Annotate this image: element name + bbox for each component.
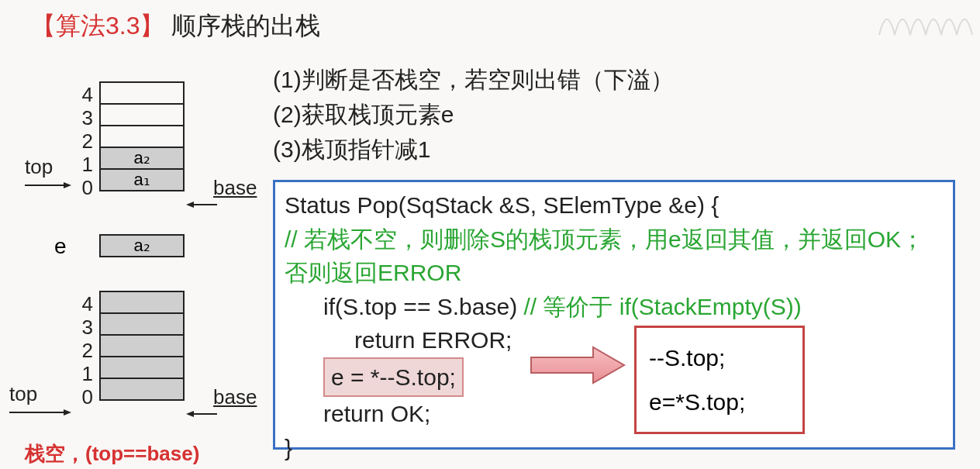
base-label: base (213, 176, 257, 200)
code-line: if(S.top == S.base) // 等价于 if(StackEmpty… (285, 290, 944, 324)
breakdown-line: e=*S.top; (649, 380, 790, 424)
breakdown-line: --S.top; (649, 336, 790, 380)
highlighted-code: e = *--S.top; (323, 357, 464, 398)
idx: 4 (78, 292, 93, 316)
stack-cell (99, 312, 185, 336)
empty-stack-note: 栈空，(top==base) (25, 440, 199, 467)
top-label: top (9, 382, 37, 406)
fat-arrow-icon (527, 346, 628, 385)
code-block: Status Pop(SqStack &S, SElemType &e) { /… (273, 180, 955, 450)
stack-cell: a₂ (99, 147, 185, 170)
idx: 0 (78, 385, 93, 409)
e-cell: a₂ (99, 234, 185, 257)
stack-cell: a₁ (99, 168, 185, 191)
arrow-left-icon (186, 407, 217, 421)
arrow-right-icon (25, 178, 71, 192)
idx: 1 (78, 362, 93, 386)
stack-cell (99, 125, 185, 148)
code-comment: 否则返回ERROR (285, 256, 944, 290)
title-number: 【算法3.3】 (31, 12, 164, 40)
code-comment: // 等价于 if(StackEmpty(S)) (523, 294, 801, 319)
top-label: top (25, 155, 53, 179)
code-line: Status Pop(SqStack &S, SElemType &e) { (285, 188, 944, 222)
svg-marker-3 (186, 202, 194, 208)
code-comment: // 若栈不空，则删除S的栈顶元素，用e返回其值，并返回OK； (285, 222, 944, 257)
code-line: return OK; (285, 397, 944, 431)
svg-marker-7 (186, 411, 194, 417)
svg-marker-5 (64, 409, 71, 416)
stack-cell (99, 378, 185, 401)
stack-cell (99, 81, 185, 105)
idx: 0 (78, 176, 93, 200)
step-2: (2)获取栈顶元素e (273, 97, 674, 132)
watermark-scribble (871, 0, 980, 39)
title-text: 顺序栈的出栈 (171, 12, 320, 40)
stack-cell (99, 334, 185, 357)
idx: 3 (78, 316, 93, 340)
svg-marker-1 (64, 182, 71, 188)
e-label: e (54, 234, 67, 259)
algorithm-steps: (1)判断是否栈空，若空则出错（下溢） (2)获取栈顶元素e (3)栈顶指针减1 (273, 62, 674, 167)
stack-cell (99, 103, 185, 126)
page-title: 【算法3.3】 顺序栈的出栈 (31, 9, 320, 43)
step-1: (1)判断是否栈空，若空则出错（下溢） (273, 62, 674, 97)
arrow-left-icon (186, 198, 217, 212)
idx: 3 (78, 106, 93, 130)
idx: 1 (78, 153, 93, 177)
base-label: base (213, 385, 257, 409)
idx: 2 (78, 129, 93, 153)
idx: 2 (78, 339, 93, 363)
expression-breakdown: --S.top; e=*S.top; (634, 326, 805, 434)
code-text: if(S.top == S.base) (323, 294, 517, 319)
arrow-right-icon (9, 405, 71, 419)
code-line: } (285, 431, 944, 465)
step-3: (3)栈顶指针减1 (273, 132, 674, 167)
idx: 4 (78, 83, 93, 107)
stack-cell (99, 291, 185, 314)
stack-cell (99, 356, 185, 379)
